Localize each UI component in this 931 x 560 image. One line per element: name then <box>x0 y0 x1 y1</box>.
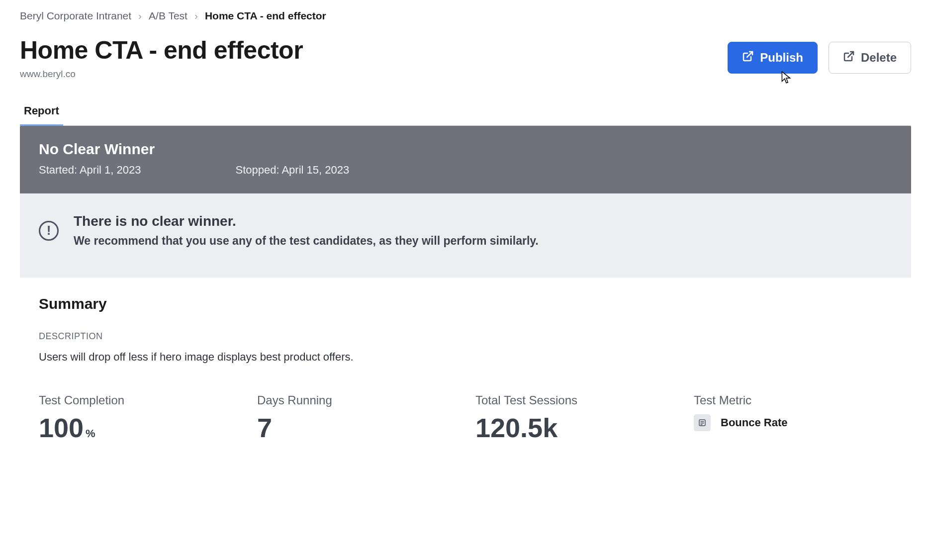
stat-label: Days Running <box>257 393 456 407</box>
publish-button[interactable]: Publish <box>728 42 818 74</box>
delete-button[interactable]: Delete <box>829 42 911 74</box>
banner-started: Started: April 1, 2023 <box>39 164 141 177</box>
page-subtitle: www.beryl.co <box>20 69 303 80</box>
banner-title: No Clear Winner <box>39 141 892 158</box>
publish-button-label: Publish <box>760 51 803 65</box>
metric-name: Bounce Rate <box>721 416 787 429</box>
tab-report[interactable]: Report <box>20 97 63 125</box>
alert-icon: ! <box>39 221 59 241</box>
description-label: DESCRIPTION <box>39 331 892 342</box>
page-title: Home CTA - end effector <box>20 36 303 65</box>
breadcrumb-item-abtest[interactable]: A/B Test <box>149 10 187 22</box>
tabs: Report <box>20 97 911 126</box>
stat-unit: % <box>86 427 95 440</box>
svg-line-0 <box>747 52 752 57</box>
stat-value: 7 <box>257 412 272 443</box>
banner-stopped: Stopped: April 15, 2023 <box>235 164 349 177</box>
breadcrumb: Beryl Corporate Intranet › A/B Test › Ho… <box>20 10 911 22</box>
delete-button-label: Delete <box>861 51 897 65</box>
stat-value: 100 <box>39 412 84 443</box>
stat-days: Days Running 7 <box>257 393 456 443</box>
stat-sessions: Total Test Sessions 120.5k <box>475 393 674 443</box>
description-text: Users will drop off less if hero image d… <box>39 351 892 364</box>
svg-line-1 <box>848 52 853 57</box>
info-note: ! There is no clear winner. We recommend… <box>20 193 911 278</box>
breadcrumb-item-current: Home CTA - end effector <box>205 10 326 22</box>
chevron-right-icon: › <box>194 10 198 22</box>
chevron-right-icon: › <box>138 10 142 22</box>
stat-label: Test Metric <box>694 393 892 407</box>
stat-value: 120.5k <box>475 412 558 443</box>
note-body: We recommend that you use any of the tes… <box>74 234 539 248</box>
stat-label: Total Test Sessions <box>475 393 674 407</box>
external-link-icon <box>843 50 855 65</box>
note-heading: There is no clear winner. <box>74 213 539 229</box>
summary-title: Summary <box>39 295 892 312</box>
stat-completion: Test Completion 100 % <box>39 393 237 443</box>
metric-icon <box>694 414 711 431</box>
breadcrumb-item-root[interactable]: Beryl Corporate Intranet <box>20 10 131 22</box>
summary-card: Summary DESCRIPTION Users will drop off … <box>20 278 911 478</box>
stat-metric: Test Metric Bounce Rate <box>694 393 892 443</box>
result-banner: No Clear Winner Started: April 1, 2023 S… <box>20 126 911 193</box>
stat-label: Test Completion <box>39 393 237 407</box>
external-link-icon <box>742 50 754 65</box>
